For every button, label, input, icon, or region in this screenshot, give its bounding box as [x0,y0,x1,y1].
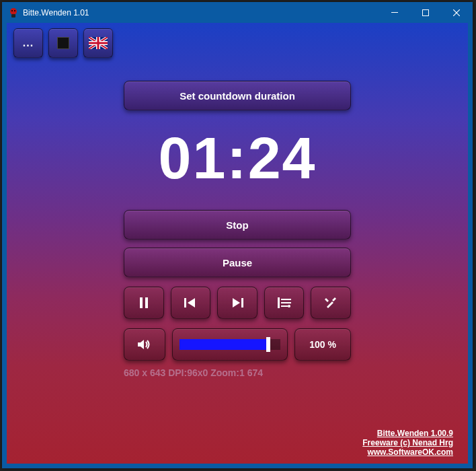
set-duration-label: Set countdown duration [180,90,295,102]
menu-button[interactable]: ... [13,28,43,58]
maximize-icon [422,9,429,16]
media-pause-button[interactable] [124,287,164,319]
svg-rect-1 [11,14,15,17]
media-prev-button[interactable] [171,287,211,319]
media-control-row [124,287,351,319]
app-icon [8,7,19,18]
tools-button[interactable] [311,287,351,319]
footer-link-version[interactable]: Bitte.Wenden 1.00.9 [362,429,453,438]
svg-rect-13 [140,297,143,308]
minimize-icon [391,9,398,16]
language-button[interactable] [83,28,113,58]
center-column: Set countdown duration 01:24 Stop Pause [124,81,351,378]
pause-label: Pause [223,257,252,268]
client-area: ... Set countdown duration [3,23,472,468]
svg-rect-21 [281,302,291,303]
svg-point-2 [11,10,13,11]
footer-link-site[interactable]: www.SoftwareOK.com [362,447,453,457]
footer-link-author[interactable]: Freeware (c) Nenad Hrg [362,438,453,447]
media-next-button[interactable] [217,287,257,319]
footer: Bitte.Wenden 1.00.9 Freeware (c) Nenad H… [362,429,453,457]
svg-marker-16 [188,298,195,307]
svg-marker-17 [233,298,240,307]
set-duration-button[interactable]: Set countdown duration [124,81,351,110]
svg-point-0 [10,8,17,15]
svg-rect-14 [145,297,148,308]
volume-row: 100 % [124,328,351,361]
volume-slider[interactable] [172,328,288,361]
titlebar[interactable]: Bitte.Wenden 1.01 [3,3,472,23]
volume-thumb[interactable] [266,337,270,352]
svg-point-23 [288,305,290,307]
debug-text: 680 x 643 DPI:96x0 Zoom:1 674 [124,367,351,378]
svg-rect-15 [184,298,186,307]
svg-marker-24 [138,340,144,349]
app-window: Bitte.Wenden 1.01 ... [2,2,473,468]
stop-square-icon [57,37,69,49]
playlist-button[interactable] [264,287,305,319]
skip-back-icon [184,298,196,307]
speaker-icon [138,339,151,350]
playlist-icon [278,297,291,308]
volume-percent-button[interactable]: 100 % [294,328,351,361]
pause-icon [139,297,149,308]
svg-rect-22 [281,305,288,307]
svg-rect-20 [281,299,291,300]
svg-rect-5 [423,10,429,16]
maximize-button[interactable] [410,3,441,23]
close-icon [453,9,460,16]
uk-flag-icon [89,37,108,49]
countdown-display: 01:24 [124,124,351,192]
close-button[interactable] [441,3,472,23]
volume-fill [180,339,268,350]
svg-rect-18 [241,298,243,307]
stop-label: Stop [226,219,248,231]
volume-percent-label: 100 % [309,339,336,350]
top-toolbar: ... [13,28,461,58]
pause-button[interactable]: Pause [124,248,351,277]
skip-forward-icon [231,298,243,307]
mute-button[interactable] [124,328,165,361]
svg-point-3 [14,10,15,11]
window-title: Bitte.Wenden 1.01 [23,8,89,17]
stop-button[interactable]: Stop [124,210,351,240]
menu-label: ... [23,37,34,49]
svg-rect-12 [89,42,108,44]
svg-rect-4 [391,12,398,13]
minimize-button[interactable] [379,3,410,23]
stop-square-button[interactable] [48,28,78,58]
svg-rect-19 [278,297,280,308]
tools-icon [325,297,337,309]
